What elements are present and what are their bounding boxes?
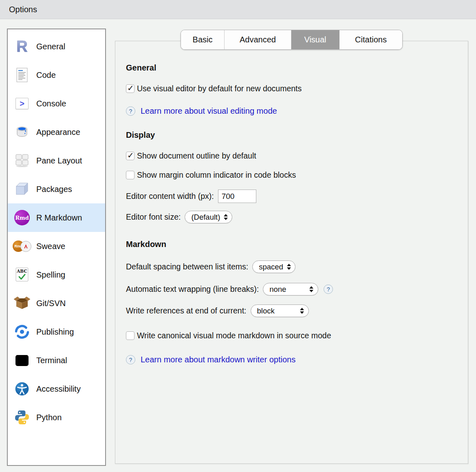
references-row: Write references at end of current: bloc… [126,304,458,317]
markdown-writer-help-row: ? Learn more about markdown writer optio… [126,355,458,364]
sidebar-item-label: General [36,42,65,51]
show-outline-checkbox[interactable] [126,152,134,160]
use-visual-editor-row: Use visual editor by default for new doc… [126,84,458,93]
options-content-panel: General Use visual editor by default for… [115,41,468,464]
visual-editing-help-row: ? Learn more about visual editing mode [126,106,458,116]
sidebar-item-pane-layout[interactable]: Pane Layout [8,146,105,175]
stepper-arrows-icon [224,214,228,220]
pane-grid-icon [13,151,31,170]
sidebar-item-label: Packages [36,185,72,194]
sidebar-item-label: R Markdown [36,213,82,223]
sidebar-item-label: Code [36,71,56,80]
section-heading-general: General [126,63,458,73]
window-title: Options [9,5,37,14]
use-visual-editor-checkbox[interactable] [126,84,134,93]
sidebar-item-packages[interactable]: Packages [8,175,105,203]
section-heading-markdown: Markdown [126,240,458,249]
console-icon: > [13,94,31,113]
settings-tab-bar: Basic Advanced Visual Citations [181,30,403,50]
references-select[interactable]: block [251,304,309,317]
code-document-icon [13,66,31,84]
sidebar-item-label: Appearance [36,128,80,137]
show-margin-checkbox[interactable] [126,171,134,179]
section-heading-display: Display [126,130,458,140]
rmarkdown-icon: Rmd [13,208,31,227]
use-visual-editor-label: Use visual editor by default for new doc… [137,84,302,93]
tab-visual[interactable]: Visual [291,30,339,49]
show-margin-label: Show margin column indicator in code blo… [137,170,296,180]
sidebar-item-label: Terminal [36,356,67,365]
sidebar-item-spelling[interactable]: ABC Spelling [8,260,105,289]
paint-bucket-icon [13,123,31,141]
stepper-arrows-icon [287,264,291,270]
python-icon [13,408,31,427]
font-size-row: Editor font size: (Default) [126,211,458,223]
sidebar-item-sweave[interactable]: Rnw Sweave [8,232,105,260]
spellcheck-icon: ABC [13,265,31,284]
font-size-select[interactable]: (Default) [185,211,232,223]
tab-citations[interactable]: Citations [339,30,402,49]
terminal-icon [13,351,31,370]
sidebar-item-label: Accessibility [36,384,81,394]
publishing-icon [13,322,31,341]
sidebar-item-label: Sweave [36,242,65,251]
show-outline-row: Show document outline by default [126,151,458,161]
visual-tab-content: General Use visual editor by default for… [126,57,458,364]
content-width-input[interactable] [218,190,256,203]
text-wrapping-label: Automatic text wrapping (line breaks): [126,285,259,294]
sidebar-item-label: Publishing [36,327,74,337]
stepper-arrows-icon [309,286,313,292]
tab-basic[interactable]: Basic [181,30,225,49]
sidebar-item-appearance[interactable]: Appearance [8,118,105,146]
list-spacing-label: Default spacing between list items: [126,262,248,271]
text-wrapping-select[interactable]: none [263,283,318,296]
sidebar-item-python[interactable]: Python [8,403,105,432]
sidebar-item-console[interactable]: > Console [8,89,105,118]
window-titlebar: Options [0,0,476,19]
sidebar-item-code[interactable]: Code [8,61,105,89]
git-svn-box-icon [13,294,31,313]
options-category-sidebar: R General Code > Console [7,29,106,466]
show-outline-label: Show document outline by default [137,151,256,161]
sidebar-item-label: Pane Layout [36,156,82,165]
accessibility-icon [13,379,31,398]
canonical-markdown-label: Write canonical visual mode markdown in … [137,331,331,340]
learn-more-markdown-writer-link[interactable]: Learn more about markdown writer options [141,355,295,364]
sidebar-item-label: Spelling [36,270,65,280]
sidebar-item-label: Python [36,413,62,422]
content-width-label: Editor content width (px): [126,192,214,201]
sweave-rnw-pdf-icon: Rnw [13,237,31,256]
canonical-markdown-row: Write canonical visual mode markdown in … [126,331,458,340]
references-label: Write references at end of current: [126,306,247,315]
show-margin-row: Show margin column indicator in code blo… [126,170,458,180]
r-logo-icon: R [13,37,31,56]
stepper-arrows-icon [300,308,304,314]
content-width-row: Editor content width (px): [126,190,458,203]
text-wrapping-row: Automatic text wrapping (line breaks): n… [126,283,458,296]
sidebar-item-general[interactable]: R General [8,32,105,61]
learn-more-visual-editing-link[interactable]: Learn more about visual editing mode [141,106,277,116]
svg-text:ABC: ABC [16,269,27,273]
sidebar-item-label: Console [36,99,66,108]
help-icon[interactable]: ? [126,106,135,116]
tab-advanced[interactable]: Advanced [225,30,291,49]
sidebar-item-label: Git/SVN [36,299,66,308]
sidebar-item-r-markdown[interactable]: Rmd R Markdown [8,203,105,232]
help-icon[interactable]: ? [126,355,135,364]
sidebar-item-terminal[interactable]: Terminal [8,346,105,375]
list-spacing-select[interactable]: spaced [252,260,295,273]
font-size-label: Editor font size: [126,212,181,222]
canonical-markdown-checkbox[interactable] [126,331,134,340]
package-cube-icon [13,180,31,199]
sidebar-item-accessibility[interactable]: Accessibility [8,375,105,403]
sidebar-item-git-svn[interactable]: Git/SVN [8,289,105,318]
pdf-icon [20,241,31,252]
list-spacing-row: Default spacing between list items: spac… [126,260,458,273]
help-icon[interactable]: ? [324,285,333,294]
sidebar-item-publishing[interactable]: Publishing [8,318,105,346]
